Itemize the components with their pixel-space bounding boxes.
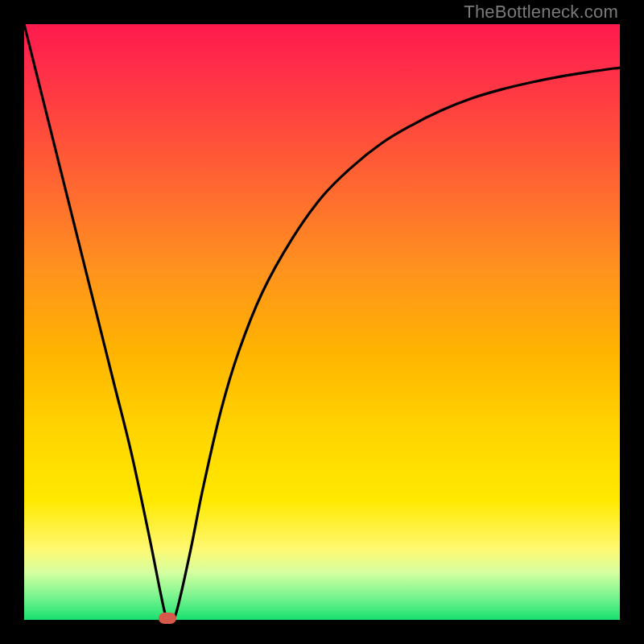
- bottleneck-curve-path: [24, 24, 620, 620]
- watermark-text: TheBottleneck.com: [464, 2, 618, 23]
- chart-plot-area: [24, 24, 620, 620]
- minimum-marker: [159, 613, 176, 624]
- bottleneck-curve-svg: [24, 24, 620, 620]
